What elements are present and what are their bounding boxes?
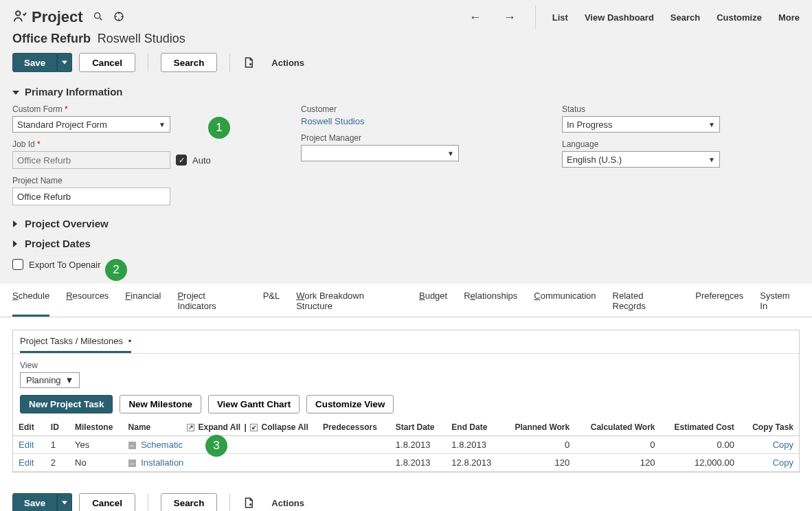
cell-planned: 120 <box>502 454 575 472</box>
caret-down-icon: ▼ <box>708 156 715 163</box>
custom-form-label: Custom Form <box>12 104 260 114</box>
save-button-footer[interactable]: Save <box>12 493 57 511</box>
task-name-link[interactable]: Installation <box>141 457 183 468</box>
document-icon[interactable] <box>243 56 255 69</box>
tab-resources[interactable]: Resources <box>66 291 109 317</box>
cell-predecessors <box>317 454 390 472</box>
view-label: View <box>20 361 792 370</box>
tab-pl[interactable]: P&L <box>263 291 280 317</box>
section-project-overview-toggle[interactable]: Project Overview <box>12 218 800 229</box>
edit-link[interactable]: Edit <box>19 457 34 468</box>
tab-budget[interactable]: Budget <box>419 291 447 317</box>
history-forward-button[interactable]: → <box>501 10 519 25</box>
col-edit: Edit <box>13 419 45 436</box>
copy-link[interactable]: Copy <box>773 440 793 450</box>
separator <box>148 54 148 71</box>
tab-schedule[interactable]: Schedule <box>12 291 49 317</box>
project-name-input[interactable] <box>12 188 170 205</box>
history-back-button[interactable]: ← <box>466 10 484 25</box>
custom-form-select[interactable]: Standard Project Form ▼ <box>12 116 170 133</box>
customer-value-link[interactable]: Roswell Studios <box>301 116 365 126</box>
save-dropdown-button-footer[interactable] <box>57 493 72 511</box>
col-end: End Date <box>446 419 502 436</box>
export-openair-checkbox[interactable]: ✓ <box>12 259 23 270</box>
customize-view-button[interactable]: Customize View <box>306 395 394 413</box>
nav-list[interactable]: List <box>552 12 568 23</box>
edit-link[interactable]: Edit <box>19 440 34 450</box>
callout-one: 1 <box>208 117 230 139</box>
callout-two: 2 <box>105 259 127 281</box>
tab-wbs[interactable]: Work Breakdown Structure <box>296 291 403 317</box>
separator <box>229 494 230 511</box>
actions-menu-footer[interactable]: Actions <box>271 498 304 508</box>
language-select[interactable]: English (U.S.) ▼ <box>562 151 720 168</box>
cell-calculated: 0 <box>575 436 660 454</box>
new-milestone-button[interactable]: New Milestone <box>120 395 201 413</box>
tab-related-records[interactable]: Related Records <box>613 291 679 317</box>
language-value: English (U.S.) <box>567 155 622 165</box>
section-primary-information-toggle[interactable]: Primary Information <box>12 86 800 98</box>
subtab-project-tasks[interactable]: Project Tasks / Milestones • <box>20 336 131 353</box>
compass-icon[interactable] <box>113 11 124 24</box>
svg-point-1 <box>94 12 100 18</box>
cell-planned: 0 <box>502 436 575 454</box>
cell-estimated: 12,000.00 <box>661 454 740 472</box>
view-gantt-button[interactable]: View Gantt Chart <box>208 395 300 413</box>
save-button[interactable]: Save <box>12 53 57 72</box>
tab-financial[interactable]: Financial <box>125 291 161 317</box>
svg-point-0 <box>16 11 20 15</box>
subtab-indicator: • <box>128 336 132 346</box>
collapse-icon[interactable]: – <box>128 442 136 449</box>
table-row: Edit 2 No – Installation 1.8.2013 12.8.2… <box>13 454 799 472</box>
tab-relationships[interactable]: Relationships <box>464 291 517 317</box>
view-value: Planning <box>26 375 61 385</box>
new-project-task-button[interactable]: New Project Task <box>20 395 113 413</box>
tab-project-indicators[interactable]: Project Indicators <box>177 291 246 317</box>
collapse-diag-icon[interactable]: ↙ <box>250 424 258 431</box>
cell-milestone: No <box>69 454 123 472</box>
section-project-dates-toggle[interactable]: Project Dates <box>12 238 800 249</box>
separator <box>535 5 536 29</box>
project-name-label: Project Name <box>12 176 260 185</box>
project-name-heading: Office Refurb <box>12 32 91 45</box>
customer-heading: Roswell Studios <box>98 32 185 45</box>
auto-checkbox[interactable]: ✓ <box>176 155 187 166</box>
customer-label: Customer <box>301 104 521 114</box>
nav-customize[interactable]: Customize <box>717 12 762 23</box>
cancel-button-footer[interactable]: Cancel <box>79 493 135 511</box>
tab-communication[interactable]: Communication <box>534 291 596 317</box>
view-select[interactable]: Planning ▼ <box>20 372 80 388</box>
actions-menu[interactable]: Actions <box>271 58 304 68</box>
document-icon[interactable] <box>243 497 255 509</box>
nav-view-dashboard[interactable]: View Dashboard <box>585 12 654 23</box>
caret-down-icon: ▼ <box>447 150 454 157</box>
auto-label: Auto <box>192 155 211 166</box>
cancel-button[interactable]: Cancel <box>79 53 135 72</box>
status-value: In Progress <box>567 120 612 130</box>
chevron-right-icon <box>12 238 19 249</box>
project-manager-select[interactable]: ▼ <box>301 145 459 161</box>
expand-diag-icon[interactable]: ↗ <box>187 424 194 431</box>
col-estimated: Estimated Cost <box>661 419 740 436</box>
copy-link[interactable]: Copy <box>773 457 793 468</box>
export-openair-label: Export To Openair <box>29 260 101 270</box>
save-dropdown-button[interactable] <box>57 53 72 72</box>
expand-all-link[interactable]: Expand All <box>199 422 241 432</box>
tab-preferences[interactable]: Preferences <box>695 291 743 317</box>
search-icon[interactable] <box>93 11 104 24</box>
status-label: Status <box>562 104 754 114</box>
chevron-down-icon <box>12 86 19 98</box>
caret-down-icon: ▼ <box>708 121 715 128</box>
collapse-icon[interactable]: – <box>128 459 136 467</box>
search-button[interactable]: Search <box>161 53 217 72</box>
job-id-input[interactable] <box>12 151 170 169</box>
task-name-link[interactable]: Schematic <box>141 440 183 450</box>
search-button-footer[interactable]: Search <box>161 493 217 511</box>
record-type-icon <box>12 9 26 26</box>
nav-more[interactable]: More <box>778 12 800 23</box>
nav-search[interactable]: Search <box>670 12 700 23</box>
tab-system-info[interactable]: System In <box>760 291 800 317</box>
collapse-all-link[interactable]: Collapse All <box>261 422 308 432</box>
status-select[interactable]: In Progress ▼ <box>562 116 720 133</box>
cell-end: 12.8.2013 <box>446 454 502 472</box>
